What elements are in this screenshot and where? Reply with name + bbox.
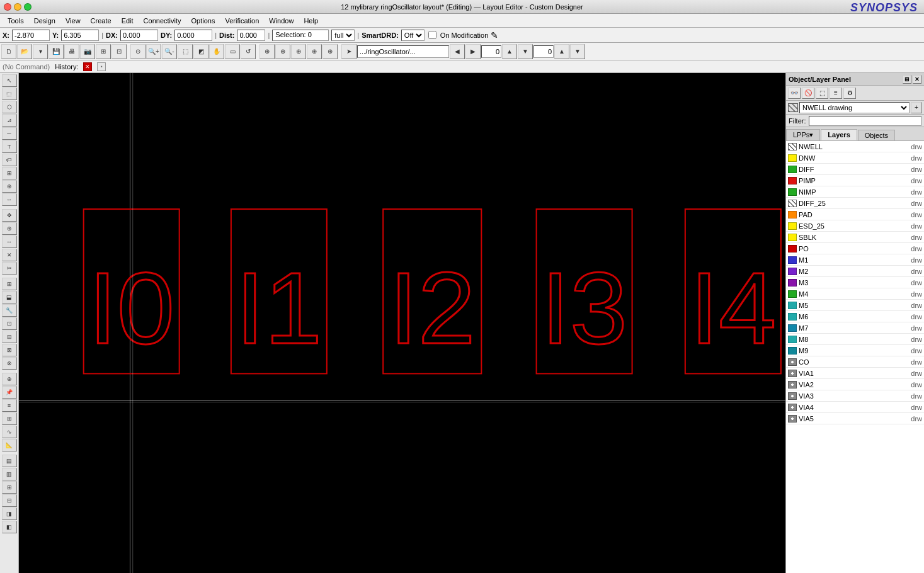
tb-fwd-button[interactable]: ▶ bbox=[465, 44, 481, 59]
tb-save-button[interactable]: 💾 bbox=[48, 44, 64, 59]
x-input[interactable] bbox=[12, 30, 50, 41]
lt-wire-tool[interactable]: ─ bbox=[2, 127, 17, 140]
lt-n-tool[interactable]: ◧ bbox=[2, 521, 17, 533]
lt-prop-tool[interactable]: 🔧 bbox=[2, 304, 17, 317]
tb-num2-up[interactable]: ▲ bbox=[554, 44, 569, 59]
on-modification-checkbox[interactable] bbox=[428, 31, 436, 39]
menu-tools[interactable]: Tools bbox=[3, 16, 29, 26]
lt-delete-tool[interactable]: ✕ bbox=[2, 249, 17, 261]
layer-row[interactable]: PADdrw bbox=[786, 209, 924, 220]
lt-xsection-tool[interactable]: ⊠ bbox=[2, 344, 17, 356]
menu-options[interactable]: Options bbox=[186, 16, 220, 26]
path-input[interactable] bbox=[357, 45, 449, 58]
layer-row[interactable]: VIA3drw bbox=[786, 390, 924, 402]
lt-path-tool[interactable]: ⊿ bbox=[2, 114, 17, 127]
menu-connectivity[interactable]: Connectivity bbox=[139, 16, 186, 26]
layer-dropdown[interactable]: NWELL drawing bbox=[799, 102, 910, 113]
menu-help[interactable]: Help bbox=[299, 16, 323, 26]
lt-drc-tool[interactable]: ⊗ bbox=[2, 357, 17, 370]
lt-select-tool[interactable]: ↖ bbox=[2, 74, 17, 87]
layer-row[interactable]: POdrw bbox=[786, 243, 924, 254]
layer-row[interactable]: M1drw bbox=[786, 254, 924, 266]
full-select[interactable]: full bbox=[331, 30, 355, 41]
menu-verification[interactable]: Verification bbox=[220, 16, 264, 26]
layer-row[interactable]: M8drw bbox=[786, 334, 924, 345]
lt-align-tool[interactable]: ⊟ bbox=[2, 331, 17, 343]
layer-row[interactable]: NIMPdrw bbox=[786, 186, 924, 198]
lt-flatten-tool[interactable]: ⬓ bbox=[2, 291, 17, 304]
tb-num1-up[interactable]: ▲ bbox=[502, 44, 517, 59]
lt-chop-tool[interactable]: ⊡ bbox=[2, 317, 17, 330]
tb-new-button[interactable]: 🗋 bbox=[1, 44, 16, 59]
layer-row[interactable]: VIA5drw bbox=[786, 413, 924, 424]
history-clear-button[interactable]: ✕ bbox=[83, 62, 92, 71]
panel-float-button[interactable]: ⊞ bbox=[903, 75, 911, 84]
rp-select-icon[interactable]: ⬚ bbox=[816, 88, 828, 99]
y-input[interactable] bbox=[61, 30, 99, 41]
tb-rule-button[interactable]: ▭ bbox=[225, 44, 240, 59]
dist-input[interactable] bbox=[237, 30, 265, 41]
menu-design[interactable]: Design bbox=[29, 16, 60, 26]
layer-row[interactable]: M6drw bbox=[786, 311, 924, 322]
layer-row[interactable]: M5drw bbox=[786, 300, 924, 311]
lt-label-tool[interactable]: 🏷 bbox=[2, 154, 17, 166]
tab-layers[interactable]: Layers bbox=[821, 129, 857, 140]
layer-row[interactable]: DIFF_25drw bbox=[786, 198, 924, 209]
lt-layer2-tool[interactable]: ▥ bbox=[2, 468, 17, 480]
menu-edit[interactable]: Edit bbox=[117, 16, 139, 26]
maximize-button[interactable] bbox=[24, 3, 31, 11]
smartdrd-select[interactable]: Off On bbox=[401, 30, 425, 41]
lt-instance-tool[interactable]: ⊞ bbox=[2, 167, 17, 179]
lt-merge-tool[interactable]: ⊞ bbox=[2, 278, 17, 290]
tb-open-dropdown[interactable]: ▾ bbox=[33, 44, 48, 59]
lt-via-tool[interactable]: ⊕ bbox=[2, 180, 17, 193]
tb-arrow-button[interactable]: ➤ bbox=[341, 44, 356, 59]
menu-window[interactable]: Window bbox=[264, 16, 299, 26]
layer-row[interactable]: PIMPdrw bbox=[786, 175, 924, 186]
tb-num1-dn[interactable]: ▼ bbox=[518, 44, 533, 59]
tb-snap-button[interactable]: ⊕ bbox=[260, 44, 275, 59]
lt-measure-tool[interactable]: 📐 bbox=[2, 439, 17, 451]
tb-print-button[interactable]: 🖶 bbox=[64, 44, 79, 59]
lt-move-tool[interactable]: ✥ bbox=[2, 209, 17, 222]
tb-select2-button[interactable]: ⊕ bbox=[291, 44, 306, 59]
lt-wave-tool[interactable]: ∿ bbox=[2, 426, 17, 438]
minimize-button[interactable] bbox=[14, 3, 21, 11]
layer-add-button[interactable]: + bbox=[911, 102, 922, 113]
menu-view[interactable]: View bbox=[60, 16, 86, 26]
tb-screenshot-button[interactable]: 📷 bbox=[80, 44, 95, 59]
layer-row[interactable]: NWELLdrw bbox=[786, 141, 924, 152]
num2-input[interactable] bbox=[533, 45, 554, 58]
tb-cmd-button[interactable]: ⊕ bbox=[322, 44, 338, 59]
layer-row[interactable]: COdrw bbox=[786, 356, 924, 368]
menu-create[interactable]: Create bbox=[86, 16, 117, 26]
tb-back-button[interactable]: ◀ bbox=[450, 44, 465, 59]
tb-open-button[interactable]: 📂 bbox=[17, 44, 32, 59]
lt-layer1-tool[interactable]: ▤ bbox=[2, 455, 17, 467]
tb-refresh-button[interactable]: ↺ bbox=[241, 44, 256, 59]
lt-ext-tool[interactable]: ⊟ bbox=[2, 494, 17, 507]
tab-objects[interactable]: Objects bbox=[858, 130, 895, 140]
rp-hide-icon[interactable]: 🚫 bbox=[802, 88, 814, 99]
lt-pin-tool[interactable]: 📌 bbox=[2, 386, 17, 399]
tb-zoom-out-button[interactable]: 🔍- bbox=[162, 44, 177, 59]
lt-text-tool[interactable]: T bbox=[2, 140, 17, 153]
layer-row[interactable]: DNWdrw bbox=[786, 152, 924, 164]
num1-input[interactable] bbox=[481, 45, 501, 58]
lt-scissors-tool[interactable]: ✂ bbox=[2, 262, 17, 275]
rp-list-icon[interactable]: ≡ bbox=[830, 88, 842, 99]
tb-pan-button[interactable]: ✋ bbox=[209, 44, 224, 59]
panel-close-button[interactable]: ✕ bbox=[913, 75, 921, 84]
tb-grid-button[interactable]: ⊞ bbox=[96, 44, 111, 59]
layer-row[interactable]: DIFFdrw bbox=[786, 164, 924, 175]
lt-polygon-tool[interactable]: ⬡ bbox=[2, 101, 17, 113]
lt-stretch-tool[interactable]: ↔ bbox=[2, 235, 17, 248]
lt-net-tool[interactable]: ⊞ bbox=[2, 412, 17, 425]
lt-rect-tool[interactable]: ⬚ bbox=[2, 88, 17, 100]
tb-fit-button[interactable]: ⊡ bbox=[111, 44, 127, 59]
layer-row[interactable]: VIA2drw bbox=[786, 379, 924, 390]
history-panel-button[interactable]: ▪ bbox=[97, 62, 106, 71]
dx-input[interactable] bbox=[120, 30, 158, 41]
tb-zoom-box-button[interactable]: ⬚ bbox=[178, 44, 193, 59]
close-button[interactable] bbox=[4, 3, 11, 11]
